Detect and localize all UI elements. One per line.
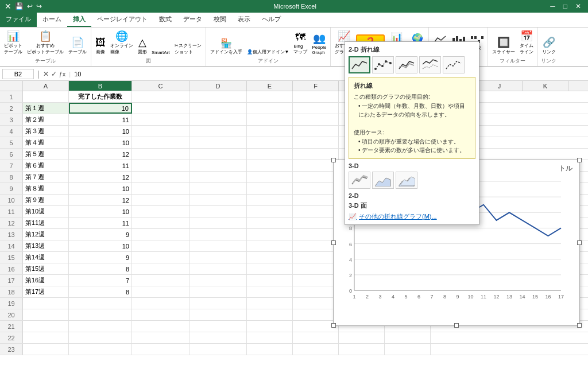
line-3d-icon-2[interactable] xyxy=(372,172,394,189)
cell-f19[interactable] xyxy=(293,298,339,309)
line-chart-icon-5[interactable] xyxy=(443,56,465,73)
cell-a14[interactable]: 第13週 xyxy=(23,240,69,251)
link-btn[interactable]: 🔗 リンク xyxy=(540,35,558,56)
cell-e22[interactable] xyxy=(247,332,293,343)
cell-b12[interactable]: 11 xyxy=(69,217,132,228)
cell-b10[interactable]: 12 xyxy=(69,195,132,205)
cell-a8[interactable]: 第７週 xyxy=(23,172,69,182)
screenshot-btn[interactable]: ✂スクリーンショット xyxy=(173,41,203,56)
cell-f20[interactable] xyxy=(293,309,339,320)
cell-a15[interactable]: 第14週 xyxy=(23,252,69,263)
table-btn[interactable]: 📄 テーブル xyxy=(67,35,88,56)
tab-help[interactable]: ヘルプ xyxy=(256,13,287,27)
cell-c8[interactable] xyxy=(132,172,189,182)
cell-d19[interactable] xyxy=(189,298,247,309)
cell-d11[interactable] xyxy=(189,206,247,217)
resize-handle-bl[interactable] xyxy=(331,323,336,328)
people-graph-btn[interactable]: 👥 PeopleGraph xyxy=(310,31,328,56)
cell-g23[interactable] xyxy=(339,344,385,355)
bing-map-btn[interactable]: 🗺 Bingマップ xyxy=(292,30,309,56)
cell-d20[interactable] xyxy=(189,309,247,320)
cell-c16[interactable] xyxy=(132,263,189,274)
cell-a20[interactable] xyxy=(23,309,69,320)
resize-handle-tl[interactable] xyxy=(331,158,336,162)
cell-e9[interactable] xyxy=(247,183,293,194)
cell-b21[interactable] xyxy=(69,321,132,332)
pivot-table-btn[interactable]: 📊 ピボットテーブル xyxy=(2,29,24,56)
col-header-b[interactable]: B xyxy=(69,81,132,91)
cell-f15[interactable] xyxy=(293,252,339,263)
cell-b23[interactable] xyxy=(69,344,132,355)
cell-f17[interactable] xyxy=(293,275,339,286)
cell-b19[interactable] xyxy=(69,298,132,309)
insert-function-icon[interactable]: ƒx xyxy=(59,71,66,77)
cell-b9[interactable]: 10 xyxy=(69,183,132,194)
cell-a6[interactable]: 第５週 xyxy=(23,149,69,160)
col-header-k[interactable]: K xyxy=(523,81,568,91)
cell-b4[interactable]: 10 xyxy=(69,126,132,137)
cell-c1[interactable] xyxy=(132,91,189,102)
resize-handle-bm[interactable] xyxy=(454,323,459,328)
cell-c2[interactable] xyxy=(132,103,189,114)
recommended-pivot-btn[interactable]: 📋 おすすめピボットテーブル xyxy=(25,29,65,56)
cell-e11[interactable] xyxy=(247,206,293,217)
resize-handle-br[interactable] xyxy=(577,323,582,328)
cell-f12[interactable] xyxy=(293,217,339,228)
cell-b5[interactable]: 10 xyxy=(69,137,132,148)
cell-h22[interactable] xyxy=(385,332,431,343)
cell-b6[interactable]: 12 xyxy=(69,149,132,160)
cell-f13[interactable] xyxy=(293,229,339,240)
more-chart-types-link[interactable]: 📈 その他の折れ線グラフ(M)... xyxy=(349,212,475,221)
line-chart-icon-4[interactable] xyxy=(419,56,441,73)
col-header-e[interactable]: E xyxy=(247,81,293,91)
cell-e23[interactable] xyxy=(247,344,293,355)
cell-d21[interactable] xyxy=(189,321,247,332)
cell-b13[interactable]: 9 xyxy=(69,229,132,240)
line-chart-icon-1[interactable] xyxy=(349,56,370,73)
qat-undo-btn[interactable]: ↩ xyxy=(27,2,33,10)
cell-e16[interactable] xyxy=(247,263,293,274)
cell-d18[interactable] xyxy=(189,286,247,297)
cell-a10[interactable]: 第９週 xyxy=(23,195,69,205)
cancel-formula-icon[interactable]: ✕ xyxy=(43,70,49,78)
cell-d17[interactable] xyxy=(189,275,247,286)
cell-e20[interactable] xyxy=(247,309,293,320)
cell-c4[interactable] xyxy=(132,126,189,137)
tab-home[interactable]: ホーム xyxy=(37,13,67,27)
cell-f4[interactable] xyxy=(293,126,339,137)
cell-c3[interactable] xyxy=(132,114,189,125)
cell-f16[interactable] xyxy=(293,263,339,274)
cell-d7[interactable] xyxy=(189,160,247,171)
cell-e6[interactable] xyxy=(247,149,293,160)
cell-e13[interactable] xyxy=(247,229,293,240)
cell-c14[interactable] xyxy=(132,240,189,251)
cell-a4[interactable]: 第３週 xyxy=(23,126,69,137)
cell-a12[interactable]: 第11週 xyxy=(23,217,69,228)
tab-review[interactable]: 校閲 xyxy=(208,13,232,27)
cell-e7[interactable] xyxy=(247,160,293,171)
cell-a22[interactable] xyxy=(23,332,69,343)
cell-b11[interactable]: 10 xyxy=(69,206,132,217)
resize-handle-mr[interactable] xyxy=(577,240,582,245)
cell-reference-input[interactable] xyxy=(2,69,34,79)
cell-a3[interactable]: 第２週 xyxy=(23,114,69,125)
cell-a13[interactable]: 第12週 xyxy=(23,229,69,240)
tab-view[interactable]: 表示 xyxy=(232,13,256,27)
cell-a11[interactable]: 第10週 xyxy=(23,206,69,217)
cell-d1[interactable] xyxy=(189,91,247,102)
cell-a9[interactable]: 第８週 xyxy=(23,183,69,194)
cell-a17[interactable]: 第16週 xyxy=(23,275,69,286)
cell-c21[interactable] xyxy=(132,321,189,332)
cell-e19[interactable] xyxy=(247,298,293,309)
col-header-c[interactable]: C xyxy=(132,81,189,91)
cell-c6[interactable] xyxy=(132,149,189,160)
cell-a16[interactable]: 第15週 xyxy=(23,263,69,274)
cell-e12[interactable] xyxy=(247,217,293,228)
cell-d10[interactable] xyxy=(189,195,247,205)
cell-c11[interactable] xyxy=(132,206,189,217)
cell-e15[interactable] xyxy=(247,252,293,263)
cell-a21[interactable] xyxy=(23,321,69,332)
cell-d5[interactable] xyxy=(189,137,247,148)
cell-e18[interactable] xyxy=(247,286,293,297)
cell-c19[interactable] xyxy=(132,298,189,309)
